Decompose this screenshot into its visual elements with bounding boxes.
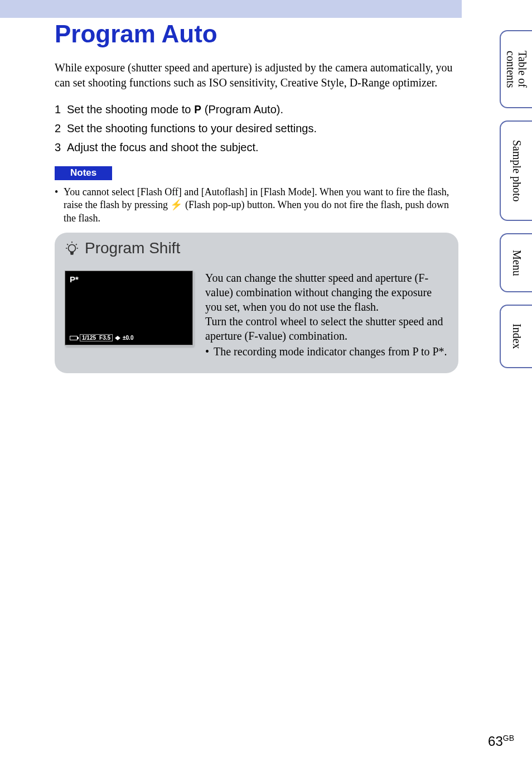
bullet: • (55, 186, 59, 225)
header-bar (0, 0, 462, 18)
step-number: 2 (55, 119, 62, 137)
step-1-text-b: (Program Auto). (201, 103, 283, 115)
flash-icon: ⚡ (170, 199, 182, 210)
tab-table-of-contents[interactable]: Table of contents (500, 30, 532, 108)
step-text: Adjust the focus and shoot the subject. (67, 138, 461, 156)
lcd-exposure-box: 1/125 F3.5 (80, 334, 113, 341)
page-title: Program Auto (55, 20, 461, 48)
steps-list: 1 Set the shooting mode to P (Program Au… (55, 100, 461, 156)
page-number-value: 63 (488, 734, 503, 749)
bullet: • (205, 344, 209, 359)
tab-label: Menu (511, 250, 523, 276)
lcd-preview: P* 1/125 F3.5 ±0.0 (65, 271, 193, 345)
ev-icon (115, 336, 120, 340)
lcd-mode-indicator: P* (70, 274, 79, 284)
tab-menu[interactable]: Menu (500, 233, 532, 292)
step-text: Set the shooting mode to P (Program Auto… (67, 100, 461, 118)
step-1-text-a: Set the shooting mode to (67, 103, 194, 115)
tip-paragraph-1: You can change the shutter speed and ape… (205, 271, 448, 314)
lcd-shutter: 1/125 (82, 335, 96, 341)
lcd-aperture: F3.5 (99, 335, 110, 341)
note-item: • You cannot select [Flash Off] and [Aut… (55, 186, 461, 225)
notes-heading-row: Notes (55, 166, 461, 180)
tip-title: Program Shift (85, 239, 180, 257)
page-number-suffix: GB (503, 734, 514, 742)
svg-line-1 (67, 244, 68, 245)
tip-bullet-text: The recording mode indicator changes fro… (214, 344, 447, 359)
notes-list: • You cannot select [Flash Off] and [Aut… (55, 186, 461, 225)
page-content: Program Auto While exposure (shutter spe… (55, 20, 461, 373)
tip-paragraph-2: Turn the control wheel to select the shu… (205, 314, 448, 343)
tip-body: P* 1/125 F3.5 ±0.0 You can change the sh… (65, 271, 448, 359)
tip-bullet-row: • The recording mode indicator changes f… (205, 344, 448, 359)
lightbulb-icon (65, 241, 79, 255)
step-number: 3 (55, 138, 62, 156)
tip-header: Program Shift (65, 239, 448, 257)
battery-icon (70, 336, 78, 340)
step-2: 2 Set the shooting functions to your des… (55, 119, 461, 137)
tab-label: Table of contents (505, 51, 528, 88)
tab-index[interactable]: Index (500, 305, 532, 368)
tab-sample-photo[interactable]: Sample photo (500, 120, 532, 221)
step-1: 1 Set the shooting mode to P (Program Au… (55, 100, 461, 118)
notes-label: Notes (55, 166, 112, 180)
step-3: 3 Adjust the focus and shoot the subject… (55, 138, 461, 156)
side-tabs: Table of contents Sample photo Menu Inde… (500, 30, 532, 368)
tip-panel: Program Shift P* 1/125 F3.5 ±0.0 You can… (55, 233, 458, 373)
page-number: 63GB (488, 734, 514, 749)
svg-line-2 (76, 244, 77, 245)
step-number: 1 (55, 100, 62, 118)
note-text: You cannot select [Flash Off] and [Autof… (64, 186, 461, 225)
program-mode-icon: P (194, 100, 201, 118)
lcd-ev-value: ±0.0 (123, 335, 133, 341)
svg-point-5 (69, 245, 76, 252)
tab-label: Sample photo (511, 140, 523, 202)
tab-label: Index (511, 324, 523, 349)
tip-text: You can change the shutter speed and ape… (205, 271, 448, 359)
lcd-bottom-bar: 1/125 F3.5 ±0.0 (70, 334, 188, 341)
intro-paragraph: While exposure (shutter speed and apertu… (55, 60, 461, 90)
step-text: Set the shooting functions to your desir… (67, 119, 461, 137)
